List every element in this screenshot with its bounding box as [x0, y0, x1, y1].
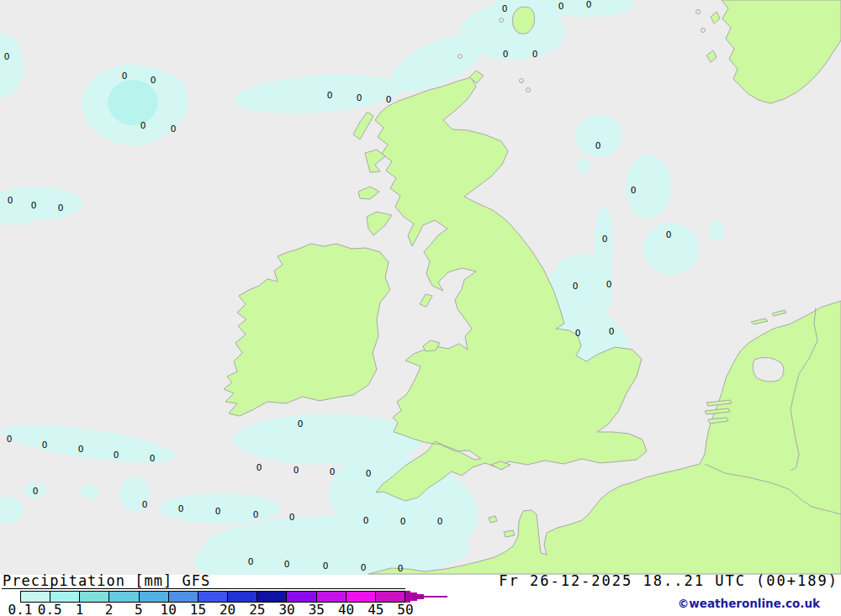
precip-value-marker: 0: [31, 200, 37, 210]
colorbar-label: 30: [278, 602, 294, 616]
precip-value-marker: 0: [8, 195, 13, 205]
precip-value-marker: 0: [400, 516, 406, 526]
precipitation-colorbar: [20, 591, 405, 603]
precip-value-marker: 0: [78, 444, 84, 454]
precip-value-marker: 0: [609, 326, 615, 336]
precip-value-marker: 0: [558, 1, 564, 11]
precip-value-marker: 0: [253, 509, 259, 519]
colorbar-label: 20: [220, 602, 235, 616]
precip-value-marker: 0: [330, 466, 336, 476]
colorbar-segment: [80, 592, 109, 602]
precip-value-marker: 0: [631, 185, 637, 195]
precip-value-marker: 0: [575, 328, 581, 338]
colorbar-label: 5: [135, 602, 143, 616]
colorbar-segment: [21, 592, 50, 602]
precip-value-marker: 0: [666, 229, 672, 240]
precip-value-marker: 0: [595, 140, 601, 150]
precip-value-marker: 0: [586, 0, 592, 9]
copyright: ©weatheronline.co.uk: [678, 597, 820, 610]
precipitation-core: [108, 80, 158, 125]
colorbar-label: 45: [368, 602, 383, 616]
precip-value-marker: 0: [248, 556, 254, 566]
precip-value-marker: 0: [606, 279, 612, 289]
legend-rule: [2, 588, 405, 589]
precip-value-marker: 0: [215, 506, 221, 516]
precip-value-marker: 0: [602, 234, 608, 244]
precip-value-marker: 0: [114, 450, 119, 460]
colorbar-segment: [50, 592, 80, 602]
colorbar-segment: [317, 592, 346, 602]
weather-map-page: 0000000000000000000000000000000000000000…: [0, 0, 841, 616]
colorbar-segment: [169, 592, 198, 602]
precip-value-marker: 0: [573, 281, 579, 291]
colorbar-label: 2: [105, 602, 114, 616]
colorbar-label: 1: [76, 602, 84, 616]
colorbar-labels: 0.10.5125101520253035404550: [0, 602, 437, 616]
precip-value-marker: 0: [140, 120, 146, 130]
forecast-datetime: Fr 26-12-2025 18..21 UTC (00+189): [499, 572, 838, 589]
land-orkney: [512, 7, 534, 34]
precip-value-marker: 0: [437, 516, 443, 526]
colorbar-segment: [228, 592, 257, 602]
precip-value-marker: 0: [171, 124, 177, 134]
colorbar-segment: [346, 592, 376, 602]
colorbar-label: 10: [161, 602, 177, 616]
precip-value-marker: 0: [298, 419, 304, 429]
precip-value-marker: 0: [323, 561, 329, 571]
precip-value-marker: 0: [150, 453, 156, 463]
colorbar-label: 15: [190, 602, 206, 616]
colorbar-label: 35: [309, 602, 325, 616]
weather-map: 0000000000000000000000000000000000000000…: [0, 0, 841, 575]
precip-value-marker: 0: [142, 499, 148, 509]
colorbar-label: 50: [397, 602, 413, 616]
colorbar-segment: [109, 592, 139, 602]
colorbar-label: 25: [249, 602, 265, 616]
precip-value-marker: 0: [7, 434, 13, 444]
precip-value-marker: 0: [257, 462, 262, 472]
precip-value-marker: 0: [284, 559, 290, 569]
precip-value-marker: 0: [503, 49, 509, 59]
precip-value-marker: 0: [532, 49, 538, 59]
colorbar-segment: [198, 592, 228, 602]
precip-value-marker: 0: [386, 94, 392, 104]
precip-value-marker: 0: [122, 71, 128, 81]
colorbar-label: 0.1: [8, 602, 33, 616]
precip-value-marker: 0: [361, 562, 367, 572]
colorbar-segment: [376, 592, 405, 602]
precip-value-marker: 0: [327, 90, 333, 100]
precip-value-marker: 0: [398, 563, 404, 573]
precip-value-marker: 0: [178, 503, 184, 513]
precip-value-marker: 0: [357, 92, 362, 103]
colorbar-segment: [287, 592, 316, 602]
colorbar-segment: [140, 592, 169, 602]
precip-value-marker: 0: [294, 465, 299, 475]
precip-value-marker: 0: [366, 468, 372, 478]
precip-value-marker: 0: [289, 512, 295, 522]
colorbar-label: 0.5: [38, 602, 62, 616]
precip-value-marker: 0: [502, 3, 508, 13]
precip-value-marker: 0: [151, 75, 156, 85]
precip-value-marker: 0: [363, 515, 369, 525]
precip-value-marker: 0: [4, 51, 10, 61]
precip-value-marker: 0: [58, 203, 64, 213]
precip-value-marker: 0: [33, 486, 39, 496]
colorbar-label: 40: [338, 602, 354, 616]
colorbar-segment: [257, 592, 287, 602]
legend-title: Precipitation [mm] GFS: [3, 572, 210, 589]
precip-value-marker: 0: [42, 440, 48, 450]
